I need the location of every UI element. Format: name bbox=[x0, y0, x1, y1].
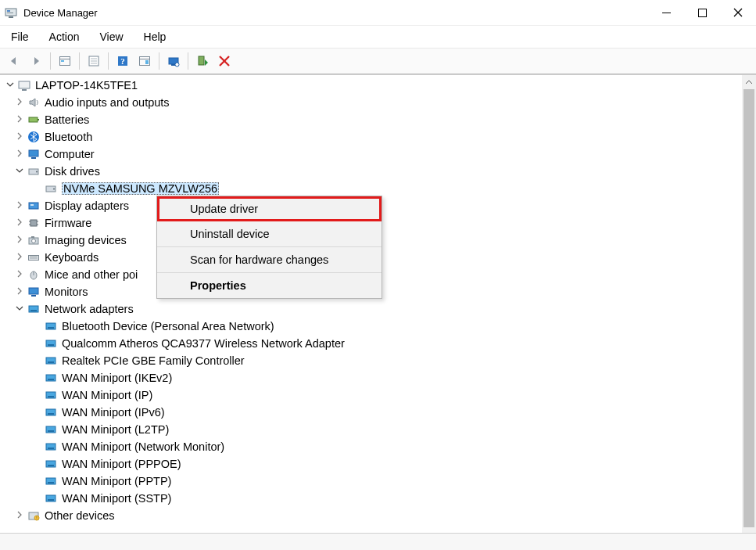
menu-help[interactable]: Help bbox=[141, 29, 170, 45]
tree-item-net[interactable]: ·WAN Miniport (L2TP) bbox=[0, 421, 742, 438]
tree-item-firmware[interactable]: Firmware bbox=[0, 214, 170, 232]
tree-item-net[interactable]: ·WAN Miniport (PPTP) bbox=[0, 473, 742, 490]
tree-item-imaging-devices[interactable]: Imaging devices bbox=[0, 232, 170, 249]
svg-marker-24 bbox=[205, 59, 208, 66]
tree-root[interactable]: LAPTOP-14K5TFE1 bbox=[0, 77, 742, 94]
tree-item-net[interactable]: ·WAN Miniport (PPPOE) bbox=[0, 455, 742, 473]
tree-item-net[interactable]: ·WAN Miniport (SSTP) bbox=[0, 490, 742, 507]
drive-icon bbox=[44, 182, 58, 196]
close-button[interactable] bbox=[720, 0, 756, 25]
forward-button[interactable] bbox=[25, 51, 47, 71]
expand-icon[interactable] bbox=[14, 253, 25, 262]
tree-item-label: Bluetooth Device (Personal Area Network) bbox=[62, 320, 274, 333]
svg-rect-74 bbox=[48, 465, 54, 466]
menu-item-uninstall-device[interactable]: Uninstall device bbox=[157, 221, 382, 246]
expand-icon[interactable] bbox=[14, 115, 25, 124]
tree-item-label: WAN Miniport (Network Monitor) bbox=[62, 440, 224, 453]
scroll-up-arrow[interactable] bbox=[742, 75, 756, 89]
menu-item-scan-hardware[interactable]: Scan for hardware changes bbox=[157, 247, 382, 272]
tree-item-net[interactable]: ·WAN Miniport (IPv6) bbox=[0, 404, 742, 421]
menu-item-properties[interactable]: Properties bbox=[157, 273, 382, 298]
network-adapter-icon bbox=[44, 422, 58, 437]
svg-rect-54 bbox=[31, 295, 36, 297]
expand-icon[interactable] bbox=[14, 511, 25, 520]
maximize-button[interactable] bbox=[684, 0, 720, 25]
action-center-button[interactable] bbox=[134, 51, 156, 71]
menu-file[interactable]: File bbox=[8, 29, 32, 45]
tree-item-display-adapters[interactable]: Display adapters bbox=[0, 197, 170, 214]
menu-action[interactable]: Action bbox=[46, 29, 83, 45]
tree-item-batteries[interactable]: Batteries bbox=[0, 111, 742, 128]
tree-item-net[interactable]: ·WAN Miniport (Network Monitor) bbox=[0, 438, 742, 455]
expand-icon[interactable] bbox=[14, 98, 25, 107]
monitor-icon bbox=[27, 285, 41, 299]
svg-rect-66 bbox=[48, 396, 54, 397]
device-tree[interactable]: LAPTOP-14K5TFE1 Audio inputs and outputs… bbox=[0, 75, 742, 533]
tree-item-label: Audio inputs and outputs bbox=[45, 96, 170, 109]
tree-item-bluetooth[interactable]: Bluetooth bbox=[0, 128, 742, 146]
network-adapter-icon bbox=[44, 474, 58, 488]
svg-point-46 bbox=[32, 239, 36, 243]
tree-item-net[interactable]: ·WAN Miniport (IP) bbox=[0, 386, 742, 404]
svg-rect-39 bbox=[30, 204, 34, 206]
properties-button[interactable] bbox=[83, 51, 105, 71]
scrollbar-thumb[interactable] bbox=[743, 89, 754, 527]
svg-rect-68 bbox=[48, 413, 54, 415]
minimize-button[interactable] bbox=[648, 0, 684, 25]
tree-item-net[interactable]: ·Qualcomm Atheros QCA9377 Wireless Netwo… bbox=[0, 335, 742, 352]
menu-view[interactable]: View bbox=[96, 29, 126, 45]
tree-item-label: WAN Miniport (IKEv2) bbox=[62, 372, 172, 384]
tree-item-nvme[interactable]: · NVMe SAMSUNG MZVLW256 bbox=[0, 180, 742, 197]
tree-item-computer[interactable]: Computer bbox=[0, 146, 742, 163]
tree-item-network-adapters[interactable]: Network adapters bbox=[0, 300, 742, 318]
collapse-icon[interactable] bbox=[14, 304, 25, 314]
svg-rect-23 bbox=[199, 56, 204, 65]
mouse-icon bbox=[27, 268, 41, 282]
chip-icon bbox=[27, 216, 41, 230]
tree-item-monitors[interactable]: Monitors bbox=[0, 283, 170, 300]
expand-icon[interactable] bbox=[14, 201, 25, 210]
tree-item-net[interactable]: ·Realtek PCIe GBE Family Controller bbox=[0, 352, 742, 369]
tree-item-keyboards[interactable]: Keyboards bbox=[0, 249, 170, 266]
update-driver-button[interactable] bbox=[192, 51, 213, 71]
tree-item-label: WAN Miniport (L2TP) bbox=[62, 423, 169, 436]
network-adapter-icon bbox=[44, 336, 58, 350]
tree-item-label: WAN Miniport (PPPOE) bbox=[62, 458, 181, 470]
back-button[interactable] bbox=[3, 51, 25, 71]
svg-rect-2 bbox=[7, 10, 10, 12]
expand-icon[interactable] bbox=[14, 132, 25, 142]
tree-item-label: Firmware bbox=[45, 217, 91, 229]
help-button[interactable]: ? bbox=[112, 51, 134, 71]
scan-hardware-button[interactable] bbox=[163, 51, 185, 71]
svg-rect-0 bbox=[5, 9, 16, 16]
title-bar: Device Manager bbox=[0, 0, 756, 26]
window-title: Device Manager bbox=[23, 7, 98, 19]
tree-item-disk-drives[interactable]: Disk drives bbox=[0, 163, 742, 180]
tree-item-net[interactable]: ·WAN Miniport (IKEv2) bbox=[0, 369, 742, 386]
collapse-icon[interactable] bbox=[14, 167, 25, 176]
svg-rect-53 bbox=[29, 288, 38, 294]
menu-bar: File Action View Help bbox=[0, 26, 756, 48]
show-hide-tree-button[interactable] bbox=[54, 51, 76, 71]
expand-icon[interactable] bbox=[14, 270, 25, 279]
tree-item-other-devices[interactable]: ! Other devices bbox=[0, 507, 742, 524]
tree-item-audio[interactable]: Audio inputs and outputs bbox=[0, 94, 742, 111]
collapse-icon[interactable] bbox=[5, 81, 16, 90]
expand-icon[interactable] bbox=[14, 235, 25, 245]
uninstall-button[interactable] bbox=[213, 51, 235, 71]
tree-item-label: NVMe SAMSUNG MZVLW256 bbox=[62, 182, 219, 195]
tree-item-mice[interactable]: Mice and other poi bbox=[0, 266, 170, 283]
tree-item-net[interactable]: ·Bluetooth Device (Personal Area Network… bbox=[0, 318, 742, 335]
svg-rect-1 bbox=[9, 16, 13, 18]
expand-icon[interactable] bbox=[14, 149, 25, 159]
expand-icon[interactable] bbox=[14, 287, 25, 297]
svg-rect-29 bbox=[29, 117, 38, 122]
svg-rect-58 bbox=[48, 327, 54, 329]
computer-root-icon bbox=[17, 78, 31, 92]
tree-item-label: Network adapters bbox=[45, 303, 134, 315]
vertical-scrollbar[interactable] bbox=[742, 75, 756, 533]
svg-rect-33 bbox=[31, 157, 36, 159]
menu-item-update-driver[interactable]: Update driver bbox=[157, 196, 382, 221]
scrollbar-track[interactable] bbox=[742, 89, 756, 519]
expand-icon[interactable] bbox=[14, 218, 25, 228]
